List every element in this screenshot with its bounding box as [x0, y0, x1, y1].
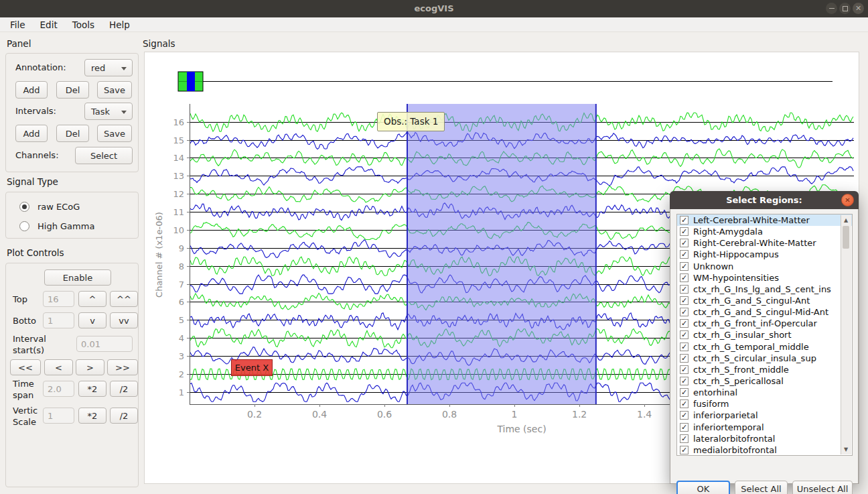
- channel-down-button[interactable]: v: [78, 312, 106, 328]
- interval-start-input[interactable]: [76, 336, 133, 352]
- annotation-combobox[interactable]: red: [84, 59, 133, 76]
- region-row[interactable]: ✓ctx_rh_G_insular_short: [677, 329, 852, 341]
- interval-start-label: Interval start(s): [13, 333, 70, 356]
- interval-selection-region[interactable]: [407, 104, 596, 404]
- region-row[interactable]: ✓Left-Cerebral-White-Matter: [677, 214, 852, 226]
- signal-type-option-raw-ecog[interactable]: raw ECoG: [19, 200, 80, 212]
- scroll-down-icon[interactable]: ▼: [841, 444, 851, 454]
- event-marker-label[interactable]: Event X: [231, 359, 273, 376]
- time-span-input[interactable]: [43, 381, 74, 397]
- channel-down-fast-button[interactable]: vv: [110, 312, 138, 328]
- checkbox-checked[interactable]: ✓: [680, 446, 689, 454]
- region-row[interactable]: ✓inferiortemporal: [677, 422, 852, 433]
- region-row[interactable]: ✓ctx_rh_G_and_S_cingul-Mid-Ant: [677, 306, 852, 318]
- menu-tools[interactable]: Tools: [65, 17, 102, 32]
- region-row[interactable]: ✓Right-Cerebral-White-Matter: [677, 237, 852, 249]
- region-row[interactable]: ✓Right-Hippocampus: [677, 249, 852, 260]
- checkbox-checked[interactable]: ✓: [680, 273, 689, 282]
- region-row[interactable]: ✓ctx_rh_S_front_middle: [677, 364, 852, 375]
- region-row[interactable]: ✓WM-hypointensities: [677, 272, 852, 284]
- maximize-button[interactable]: [839, 3, 851, 14]
- checkbox-checked[interactable]: ✓: [680, 343, 689, 351]
- time-span-label: Time span: [13, 378, 44, 401]
- scroll-up-icon[interactable]: ▲: [841, 215, 851, 225]
- checkbox-checked[interactable]: ✓: [680, 411, 689, 420]
- y-tick-label: 3: [179, 351, 184, 361]
- region-row[interactable]: ✓Right-Amygdala: [677, 226, 852, 237]
- annotation-del-button[interactable]: Del: [56, 81, 89, 99]
- checkbox-checked[interactable]: ✓: [680, 365, 689, 374]
- intervals-combobox[interactable]: Task: [84, 103, 133, 120]
- region-row[interactable]: ✓inferiorparietal: [677, 410, 852, 421]
- checkbox-checked[interactable]: ✓: [680, 296, 689, 305]
- checkbox-checked[interactable]: ✓: [680, 239, 689, 247]
- x-tick-label: 0.2: [247, 409, 262, 420]
- menu-help[interactable]: Help: [102, 17, 137, 32]
- overview-timeline[interactable]: [178, 72, 833, 91]
- checkbox-checked[interactable]: ✓: [680, 216, 689, 225]
- checkbox-checked[interactable]: ✓: [680, 285, 689, 294]
- region-name: Left-Cerebral-White-Matter: [693, 215, 810, 225]
- close-button[interactable]: ✕: [853, 3, 864, 14]
- checkbox-checked[interactable]: ✓: [680, 399, 689, 408]
- scrollbar-thumb[interactable]: [843, 226, 849, 249]
- y-tick-label: 6: [179, 297, 184, 307]
- checkbox-checked[interactable]: ✓: [680, 308, 689, 316]
- checkbox-checked[interactable]: ✓: [680, 262, 689, 271]
- interval-save-button[interactable]: Save: [97, 125, 132, 142]
- checkbox-checked[interactable]: ✓: [680, 227, 689, 236]
- checkbox-checked[interactable]: ✓: [680, 354, 689, 363]
- region-row[interactable]: ✓ctx_rh_G_temporal_middle: [677, 341, 852, 353]
- vertical-scale-double-button[interactable]: *2: [78, 408, 106, 424]
- region-row[interactable]: ✓lateralorbitofrontal: [677, 433, 852, 444]
- select-all-button[interactable]: Select All: [735, 481, 788, 494]
- region-row[interactable]: ✓fusiform: [677, 398, 852, 410]
- interval-del-button[interactable]: Del: [56, 125, 89, 142]
- checkbox-checked[interactable]: ✓: [680, 434, 689, 443]
- region-row[interactable]: ✓ctx_rh_S_pericallosal: [677, 375, 852, 387]
- time-span-double-button[interactable]: *2: [78, 381, 106, 397]
- region-row[interactable]: ✓ctx_rh_G_and_S_cingul-Ant: [677, 295, 852, 306]
- ok-button[interactable]: OK: [676, 481, 730, 494]
- checkbox-checked[interactable]: ✓: [680, 388, 689, 397]
- maximize-icon: [843, 6, 848, 11]
- channel-up-fast-button[interactable]: ^^: [110, 291, 138, 307]
- checkbox-checked[interactable]: ✓: [680, 330, 689, 339]
- vertical-scale-halve-button[interactable]: /2: [110, 408, 138, 424]
- top-channel-input[interactable]: [43, 291, 74, 307]
- nav-page-forward-button[interactable]: >>: [107, 359, 138, 375]
- dialog-close-button[interactable]: ✕: [841, 194, 854, 206]
- checkbox-checked[interactable]: ✓: [680, 250, 689, 259]
- nav-step-back-button[interactable]: <: [44, 359, 73, 375]
- unselect-all-button[interactable]: Unselect All: [792, 481, 853, 494]
- region-row[interactable]: ✓entorhinal: [677, 387, 852, 398]
- nav-page-back-button[interactable]: <<: [10, 359, 41, 375]
- time-span-halve-button[interactable]: /2: [110, 381, 138, 397]
- regions-scrollbar[interactable]: ▲ ▼: [841, 215, 851, 454]
- bottom-channel-input[interactable]: [43, 312, 74, 328]
- radio-button[interactable]: [19, 221, 29, 231]
- interval-add-button[interactable]: Add: [15, 125, 48, 142]
- checkbox-checked[interactable]: ✓: [680, 377, 689, 385]
- minimize-button[interactable]: [826, 3, 837, 14]
- enable-button[interactable]: Enable: [44, 269, 111, 286]
- region-row[interactable]: ✓ctx_rh_G_Ins_lg_and_S_cent_ins: [677, 284, 852, 295]
- vertical-scale-input[interactable]: [43, 408, 74, 424]
- app-window: ecogVIS ✕ FileEditToolsHelp Panel Annota…: [0, 0, 868, 494]
- menu-edit[interactable]: Edit: [33, 17, 65, 32]
- region-row[interactable]: ✓ctx_rh_S_circular_insula_sup: [677, 353, 852, 364]
- checkbox-checked[interactable]: ✓: [680, 319, 689, 328]
- region-row[interactable]: ✓medialorbitofrontal: [677, 444, 852, 456]
- annotation-save-button[interactable]: Save: [97, 81, 132, 99]
- channels-select-button[interactable]: Select: [75, 147, 133, 164]
- annotation-add-button[interactable]: Add: [15, 81, 48, 99]
- nav-step-forward-button[interactable]: >: [76, 359, 104, 375]
- channel-up-button[interactable]: ^: [78, 291, 106, 307]
- region-row[interactable]: ✓Unknown: [677, 261, 852, 272]
- signal-type-option-high-gamma[interactable]: High Gamma: [19, 220, 94, 232]
- menu-file[interactable]: File: [3, 17, 33, 32]
- annotation-combobox-value: red: [91, 63, 105, 73]
- radio-button-selected[interactable]: [19, 202, 29, 212]
- region-row[interactable]: ✓ctx_rh_G_front_inf-Opercular: [677, 318, 852, 329]
- checkbox-checked[interactable]: ✓: [680, 423, 689, 432]
